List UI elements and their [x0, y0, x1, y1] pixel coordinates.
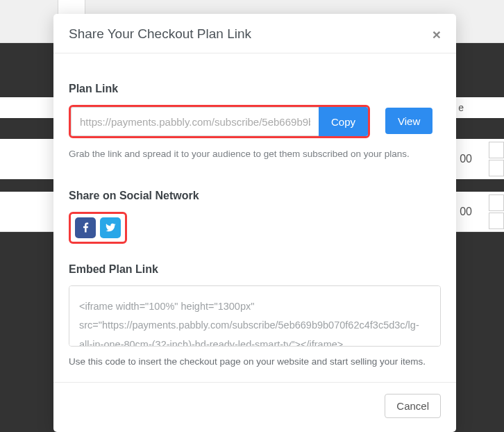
plan-link-input-group-highlight: Copy: [69, 105, 370, 138]
twitter-share-button[interactable]: [100, 217, 121, 238]
close-icon[interactable]: ×: [432, 27, 441, 42]
embed-code-textarea[interactable]: [69, 285, 441, 347]
modal-header: Share Your Checkout Plan Link ×: [53, 14, 456, 53]
background-action-btn[interactable]: [489, 213, 504, 229]
background-action-btn[interactable]: [489, 194, 504, 211]
plan-link-input[interactable]: [71, 107, 319, 136]
plan-link-row: Copy View: [69, 105, 441, 138]
background-header-fragment: e: [458, 102, 504, 113]
background-row-actions-2: [489, 194, 504, 229]
plan-link-help-text: Grab the link and spread it to your audi…: [69, 147, 441, 162]
background-amount-2: 00: [460, 206, 489, 218]
facebook-icon: [80, 222, 92, 233]
share-social-label: Share on Social Network: [69, 190, 441, 202]
embed-help-text: Use this code to insert the checkout pag…: [69, 356, 441, 367]
modal-footer: Cancel: [53, 382, 456, 432]
cancel-button[interactable]: Cancel: [385, 394, 441, 418]
twitter-icon: [105, 222, 117, 233]
plan-link-label: Plan Link: [69, 83, 441, 95]
social-buttons-highlight: [69, 212, 127, 244]
background-amount-1: 00: [460, 153, 489, 165]
background-row-actions-1: [489, 142, 504, 176]
modal-title: Share Your Checkout Plan Link: [69, 26, 251, 42]
copy-button[interactable]: Copy: [319, 107, 368, 136]
background-action-btn[interactable]: [489, 142, 504, 158]
view-button[interactable]: View: [385, 108, 432, 134]
modal-body: Plan Link Copy View Grab the link and sp…: [53, 53, 456, 382]
embed-label: Embed Plan Link: [69, 263, 441, 276]
share-checkout-modal: Share Your Checkout Plan Link × Plan Lin…: [53, 14, 456, 432]
facebook-share-button[interactable]: [75, 217, 96, 238]
background-action-btn[interactable]: [489, 160, 504, 176]
